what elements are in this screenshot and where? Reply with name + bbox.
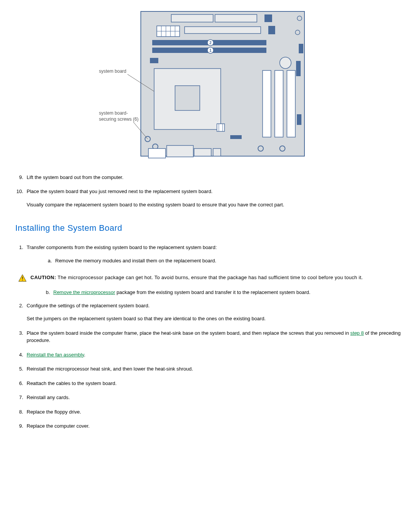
step-10: Place the system board that you just rem… — [25, 188, 403, 208]
install-step-3: Place the system board inside the comput… — [25, 329, 403, 344]
install-step-1a: Remove the memory modules and install th… — [53, 257, 403, 265]
svg-rect-38 — [148, 149, 166, 158]
svg-rect-28 — [230, 135, 242, 139]
svg-rect-1 — [171, 14, 213, 22]
step-text: package from the existing system board a… — [115, 289, 311, 295]
svg-rect-36 — [268, 26, 275, 34]
install-step-2: Configure the settings of the replacemen… — [25, 302, 403, 323]
install-step-2-note: Set the jumpers on the replacement syste… — [27, 315, 403, 323]
svg-rect-25 — [217, 124, 225, 131]
install-step-1b: Remove the microprocessor package from t… — [51, 289, 403, 296]
diagram-label-screws: system board- securing screws (6) — [99, 110, 139, 122]
install-step-8: Replace the floppy drive. — [25, 408, 403, 416]
svg-rect-21 — [296, 61, 301, 76]
install-step-9: Replace the computer cover. — [25, 422, 403, 430]
caution-body: The microprocessor package can get hot. … — [56, 275, 363, 280]
diagram-container: 2 1 — [8, 8, 403, 162]
svg-rect-10 — [185, 27, 261, 34]
install-step-1: Transfer components from the existing sy… — [25, 244, 403, 264]
step-text: Reattach the cables to the system board. — [27, 380, 116, 386]
system-board-diagram: 2 1 — [99, 8, 312, 160]
svg-rect-40 — [194, 149, 211, 156]
step-text: Place the system board that you just rem… — [27, 189, 212, 194]
step-text: Replace the computer cover. — [27, 423, 89, 429]
step-text: Replace the floppy drive. — [27, 409, 81, 415]
step-text: Place the system board inside the comput… — [27, 330, 350, 336]
svg-rect-41 — [213, 149, 221, 156]
svg-rect-2 — [215, 14, 257, 22]
svg-rect-45 — [22, 276, 23, 279]
svg-text:2: 2 — [209, 41, 212, 45]
step-10-note: Visually compare the replacement system … — [27, 201, 403, 209]
step-8-link[interactable]: step 8 — [350, 330, 364, 336]
step-text: Transfer components from the existing sy… — [27, 244, 217, 250]
svg-rect-39 — [167, 145, 193, 157]
caution-label: CAUTION: — [30, 275, 56, 280]
svg-rect-17 — [150, 58, 158, 63]
svg-rect-23 — [275, 70, 283, 137]
svg-rect-46 — [22, 280, 23, 281]
reinstall-fan-link[interactable]: Reinstall the fan assembly — [27, 352, 84, 358]
step-text: Remove the memory modules and install th… — [55, 258, 216, 264]
caution-text: CAUTION: The microprocessor package can … — [30, 274, 363, 281]
svg-rect-24 — [287, 70, 295, 137]
step-text: Lift the system board out from the compu… — [27, 174, 123, 180]
install-step-5: Reinstall the microprocessor heat sink, … — [25, 365, 403, 373]
step-text: Reinstall the microprocessor heat sink, … — [27, 366, 193, 372]
svg-point-20 — [280, 57, 291, 69]
install-step-1b-list: Remove the microprocessor package from t… — [51, 289, 403, 296]
motherboard-illustration: 2 1 — [99, 8, 312, 160]
caution-box: CAUTION: The microprocessor package can … — [18, 274, 403, 282]
removal-steps-list: Lift the system board out from the compu… — [25, 174, 403, 209]
remove-microprocessor-link[interactable]: Remove the microprocessor — [53, 289, 115, 295]
step-text: Reinstall any cards. — [27, 395, 70, 400]
step-text: . — [84, 352, 86, 358]
step-9: Lift the system board out from the compu… — [25, 174, 403, 181]
svg-rect-37 — [299, 44, 303, 53]
installing-heading: Installing the System Board — [15, 222, 403, 234]
install-steps-list-cont: Configure the settings of the replacemen… — [25, 302, 403, 430]
install-steps-list: Transfer components from the existing sy… — [25, 244, 403, 264]
svg-rect-3 — [264, 14, 272, 22]
install-step-7: Reinstall any cards. — [25, 394, 403, 401]
step-text: Configure the settings of the replacemen… — [27, 303, 150, 308]
diagram-label-system-board: system board — [99, 69, 126, 75]
svg-rect-22 — [263, 70, 271, 137]
svg-text:1: 1 — [209, 48, 212, 53]
install-step-1-sublist: Remove the memory modules and install th… — [53, 257, 403, 265]
svg-rect-19 — [175, 86, 200, 110]
caution-triangle-icon — [18, 274, 27, 282]
install-step-4: Reinstall the fan assembly. — [25, 351, 403, 359]
svg-rect-29 — [297, 114, 301, 125]
install-step-6: Reattach the cables to the system board. — [25, 380, 403, 387]
